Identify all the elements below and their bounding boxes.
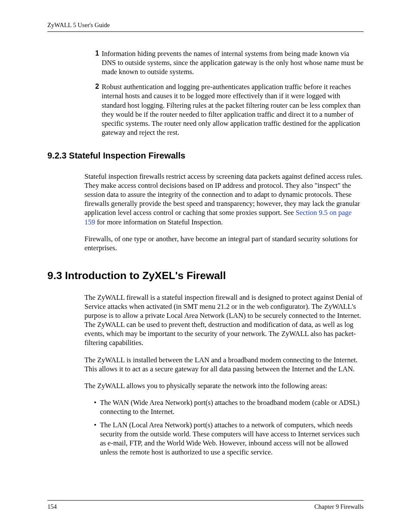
paragraph: The ZyWALL allows you to physically sepa… (84, 381, 364, 390)
list-item: 2 Robust authentication and logging pre-… (90, 82, 364, 137)
paragraph: Stateful inspection firewalls restrict a… (84, 172, 364, 227)
list-item: 1 Information hiding prevents the names … (90, 49, 364, 76)
page-footer: 154 Chapter 9 Firewalls (47, 500, 364, 510)
section-heading-93: 9.3 Introduction to ZyXEL's Firewall (47, 270, 364, 282)
list-text: Robust authentication and logging pre-au… (102, 82, 364, 137)
list-text: Information hiding prevents the names of… (102, 49, 364, 76)
page-number: 154 (47, 503, 57, 510)
section-heading-923: 9.2.3 Stateful Inspection Firewalls (47, 151, 364, 161)
paragraph: The ZyWALL firewall is a stateful inspec… (84, 293, 364, 348)
bullet-icon: • (90, 398, 100, 416)
header-title: ZyWALL 5 User's Guide (47, 22, 110, 28)
list-item: • The WAN (Wide Area Network) port(s) at… (90, 398, 364, 416)
list-text: The WAN (Wide Area Network) port(s) atta… (100, 398, 364, 416)
list-number: 2 (90, 82, 99, 137)
paragraph: The ZyWALL is installed between the LAN … (84, 355, 364, 373)
page-header: ZyWALL 5 User's Guide (47, 22, 364, 32)
paragraph-text: for more information on Stateful Inspect… (95, 218, 223, 226)
paragraph: Firewalls, of one type or another, have … (84, 234, 364, 252)
bullet-icon: • (90, 420, 100, 457)
list-number: 1 (90, 49, 99, 76)
list-item: • The LAN (Local Area Network) port(s) a… (90, 420, 364, 457)
bullet-list: • The WAN (Wide Area Network) port(s) at… (90, 398, 364, 457)
numbered-list: 1 Information hiding prevents the names … (90, 49, 364, 137)
list-text: The LAN (Local Area Network) port(s) att… (100, 420, 364, 457)
chapter-label: Chapter 9 Firewalls (314, 503, 364, 510)
